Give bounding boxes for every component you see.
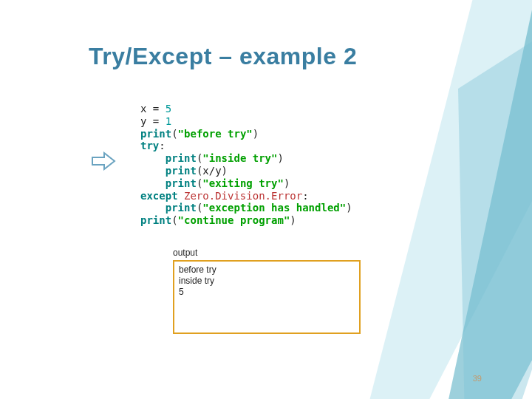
- output-label: output: [173, 248, 197, 258]
- code-line: print("exception has handled"): [140, 202, 347, 214]
- code-line: print("exiting try"): [140, 177, 347, 190]
- page-number: 39: [473, 374, 482, 383]
- code-line: try:: [140, 140, 347, 152]
- code-line: print("before try"): [140, 128, 347, 140]
- hollow-arrow-icon: [91, 151, 116, 171]
- svg-marker-3: [458, 0, 532, 399]
- code-block: x = 5 y = 1 print("before try") try: pri…: [137, 100, 347, 230]
- code-line: print("inside try"): [140, 152, 347, 165]
- output-box: before try inside try 5: [173, 260, 361, 334]
- slide-title: Try/Except – example 2: [89, 43, 357, 70]
- code-line: print("continue program"): [140, 214, 347, 227]
- decorative-shards: [355, 0, 532, 399]
- code-line: print(x/y): [140, 165, 347, 177]
- code-line: x = 5: [140, 103, 347, 115]
- slide: Try/Except – example 2 x = 5 y = 1 print…: [0, 0, 532, 399]
- svg-marker-1: [436, 0, 532, 399]
- code-line: except Zero.Division.Error:: [140, 190, 347, 202]
- code-line: y = 1: [140, 115, 347, 128]
- svg-marker-0: [355, 0, 532, 399]
